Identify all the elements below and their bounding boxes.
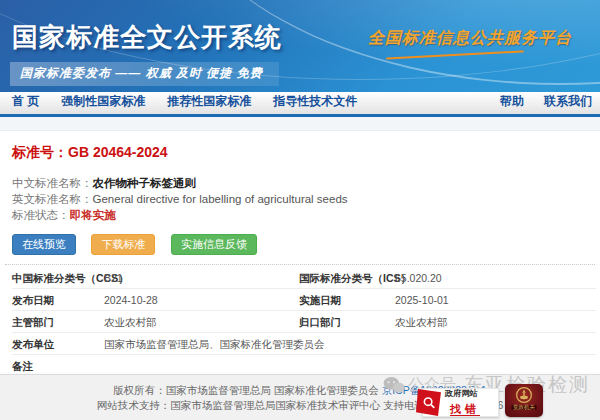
agency-badge-label: 党政机关 <box>511 405 536 410</box>
nav-item-guiding-documents[interactable]: 指导性技术文件 <box>273 93 357 110</box>
action-buttons: 在线预览 下载标准 实施信息反馈 <box>12 234 600 255</box>
error-badge-texts: 政府网站 找错 <box>445 388 485 417</box>
header-banner: 国家标准全文公开系统 全国标准信息公共服务平台 国家标准委发布 —— 权威 及时… <box>0 0 600 92</box>
magnifier-icon <box>421 395 437 411</box>
online-preview-button[interactable]: 在线预览 <box>12 234 76 255</box>
main-navigation: 首 页 强制性国家标准 推荐性国家标准 指导性技术文件 帮助 联系我们 <box>0 92 600 117</box>
status-row: 标准状态：即将实施 <box>12 207 600 223</box>
header-slogan: 国家标准委发布 —— 权威 及时 便捷 免费 <box>10 62 279 86</box>
standard-detail-panel: 标准号：GB 20464-2024 中文标准名称：农作物种子标签通则 英文标准名… <box>0 144 600 387</box>
site-title: 国家标准全文公开系统 <box>12 20 282 55</box>
error-badge-title: 政府网站 <box>445 389 478 398</box>
status-badge: 即将实施 <box>70 209 116 221</box>
standard-name-fields: 中文标准名称：农作物种子标签通则 英文标准名称：General directiv… <box>12 175 600 223</box>
ics-value: 65.020.20 <box>395 267 596 289</box>
nav-item-contact[interactable]: 联系我们 <box>544 93 592 110</box>
implement-date-label: 实施日期 <box>299 289 395 311</box>
implementation-feedback-button[interactable]: 实施信息反馈 <box>171 234 257 255</box>
english-name-value: General directive for labelling of agric… <box>93 193 348 205</box>
publisher-value: 国家市场监督管理总局、国家标准化管理委员会 <box>104 333 596 355</box>
nav-right-group: 帮助 联系我们 <box>480 93 592 110</box>
platform-name-block: 全国标准信息公共服务平台 <box>368 28 572 56</box>
centralized-dept-value: 农业农村部 <box>395 311 596 333</box>
competent-dept-value: 农业农村部 <box>104 311 299 333</box>
nav-item-help[interactable]: 帮助 <box>500 93 524 110</box>
standard-detail-table: 中国标准分类号（CCS） B21 国际标准分类号（ICS） 65.020.20 … <box>12 267 596 377</box>
error-badge-action: 找错 <box>450 403 480 416</box>
nav-sub-strip <box>0 117 600 131</box>
platform-name: 全国标准信息公共服务平台 <box>368 28 572 49</box>
english-name-label: 英文标准名称： <box>12 193 93 205</box>
publish-date-label: 发布日期 <box>12 289 104 311</box>
chinese-name-value: 农作物种子标签通则 <box>93 177 197 189</box>
implement-date-value: 2025-10-01 <box>395 289 596 311</box>
standard-number-line: 标准号：GB 20464-2024 <box>12 144 600 162</box>
competent-dept-label: 主管部门 <box>12 311 104 333</box>
publisher-label: 发布单位 <box>12 333 104 355</box>
agency-emblem-icon <box>515 386 533 404</box>
nav-item-home[interactable]: 首 页 <box>12 93 39 110</box>
gov-site-error-report-badge[interactable]: 政府网站 找错 <box>422 388 499 417</box>
chinese-name-row: 中文标准名称：农作物种子标签通则 <box>12 175 600 191</box>
government-agency-badge[interactable]: 党政机关 <box>505 384 543 417</box>
dotted-separator <box>5 264 595 265</box>
ccs-label: 中国标准分类号（CCS） <box>12 267 104 289</box>
download-standard-button[interactable]: 下载标准 <box>91 234 155 255</box>
chinese-name-label: 中文标准名称： <box>12 177 93 189</box>
nav-item-mandatory-standards[interactable]: 强制性国家标准 <box>61 93 145 110</box>
nav-item-recommended-standards[interactable]: 推荐性国家标准 <box>167 93 251 110</box>
standard-number-label: 标准号： <box>12 144 68 160</box>
error-report-ribbon <box>416 389 441 416</box>
centralized-dept-label: 归口部门 <box>299 311 395 333</box>
standard-number-value: GB 20464-2024 <box>68 144 168 160</box>
english-name-row: 英文标准名称：General directive for labelling o… <box>12 191 600 207</box>
ics-label: 国际标准分类号（ICS） <box>299 267 395 289</box>
ccs-value: B21 <box>104 267 299 289</box>
copyright-text: 版权所有：国家市场监督管理总局 国家标准化管理委员会 <box>113 384 378 396</box>
publish-date-value: 2024-10-28 <box>104 289 299 311</box>
status-label: 标准状态： <box>12 209 70 221</box>
